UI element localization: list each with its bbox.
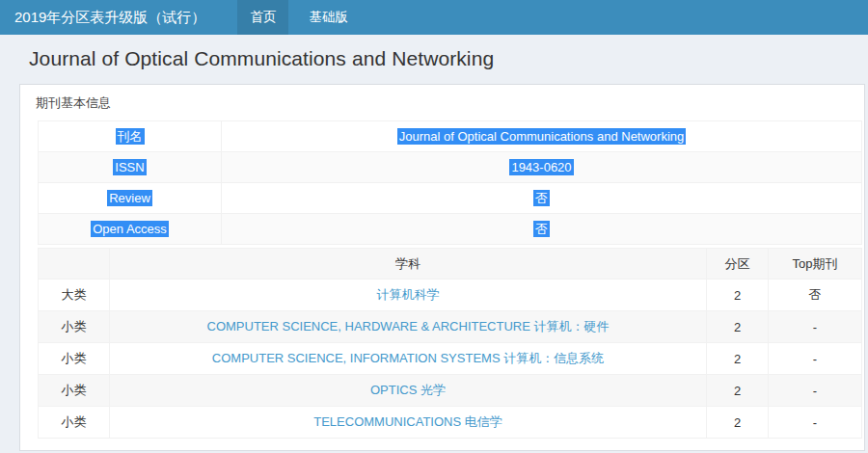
category-type-cell: 小类 <box>39 375 110 407</box>
info-value: 1943-0620 <box>509 159 573 175</box>
info-label-cell: 刊名 <box>39 121 222 152</box>
partition-value: 2 <box>734 415 741 430</box>
top-journal-value: - <box>813 352 817 366</box>
navbar-brand[interactable]: 2019年分区表升级版（试行） <box>0 0 220 35</box>
category-type: 小类 <box>62 319 87 333</box>
info-value-cell: 1943-0620 <box>222 152 862 183</box>
category-type: 小类 <box>62 383 87 397</box>
header-top-journal: Top期刊 <box>769 249 862 280</box>
info-table-row: 刊名Journal of Optical Communications and … <box>39 121 862 152</box>
info-value: 否 <box>533 221 550 237</box>
category-type-cell: 小类 <box>39 311 110 343</box>
top-navbar: 2019年分区表升级版（试行） 首页基础版 <box>0 0 868 35</box>
top-journal-cell: - <box>769 375 862 407</box>
journal-info-panel: 期刊基本信息 刊名Journal of Optical Communicatio… <box>19 84 865 451</box>
info-value-cell: 否 <box>222 183 862 214</box>
info-value-cell: 否 <box>222 214 862 245</box>
page-title: Journal of Optical Communications and Ne… <box>29 47 865 70</box>
partition-cell: 2 <box>707 375 769 407</box>
category-type-cell: 小类 <box>39 407 110 439</box>
subject-table-row: 小类COMPUTER SCIENCE, HARDWARE & ARCHITECT… <box>39 311 862 343</box>
info-table-row: Open Access否 <box>39 214 862 245</box>
info-label-cell: Open Access <box>39 214 222 245</box>
subject-cell: 计算机科学 <box>110 280 707 311</box>
panel-body: 刊名Journal of Optical Communications and … <box>20 120 864 450</box>
info-table-row: ISSN1943-0620 <box>39 152 862 183</box>
category-type-cell: 大类 <box>39 280 110 311</box>
subject-table-row: 小类TELECOMMUNICATIONS 电信学2- <box>39 407 862 439</box>
subject-link[interactable]: 计算机科学 <box>377 287 440 302</box>
subject-link[interactable]: TELECOMMUNICATIONS 电信学 <box>313 414 502 429</box>
top-journal-cell: - <box>769 311 862 343</box>
top-journal-value: 否 <box>809 287 822 302</box>
info-label: Review <box>107 190 152 206</box>
subject-table-row: 小类OPTICS 光学2- <box>39 375 862 407</box>
top-journal-value: - <box>813 320 817 334</box>
category-type-cell: 小类 <box>39 343 110 375</box>
subject-table-head: 学科 分区 Top期刊 <box>39 249 862 280</box>
subject-table-row: 大类计算机科学2否 <box>39 280 862 311</box>
top-journal-cell: - <box>769 343 862 375</box>
info-label-cell: ISSN <box>39 152 222 183</box>
category-type: 小类 <box>62 414 87 429</box>
info-value: Journal of Optical Communications and Ne… <box>397 128 687 145</box>
info-label-cell: Review <box>39 183 222 214</box>
nav-tab-basic[interactable]: 基础版 <box>296 0 361 35</box>
subject-table: 学科 分区 Top期刊 大类计算机科学2否小类COMPUTER SCIENCE,… <box>38 248 862 439</box>
subject-link[interactable]: COMPUTER SCIENCE, INFORMATION SYSTEMS 计算… <box>212 351 604 365</box>
info-table-body: 刊名Journal of Optical Communications and … <box>39 121 862 245</box>
partition-cell: 2 <box>707 311 769 343</box>
partition-value: 2 <box>734 352 741 366</box>
subject-cell: TELECOMMUNICATIONS 电信学 <box>110 407 707 439</box>
nav-tab-home[interactable]: 首页 <box>237 0 288 35</box>
subject-cell: COMPUTER SCIENCE, INFORMATION SYSTEMS 计算… <box>110 343 707 375</box>
partition-value: 2 <box>734 320 741 334</box>
category-type: 小类 <box>62 351 87 365</box>
partition-cell: 2 <box>707 407 769 439</box>
top-journal-value: - <box>813 384 817 398</box>
header-category-type <box>39 249 110 280</box>
partition-value: 2 <box>734 288 741 303</box>
partition-cell: 2 <box>707 280 769 311</box>
category-type: 大类 <box>62 287 87 302</box>
subject-cell: OPTICS 光学 <box>110 375 707 407</box>
subject-table-body: 大类计算机科学2否小类COMPUTER SCIENCE, HARDWARE & … <box>39 280 862 439</box>
journal-info-table: 刊名Journal of Optical Communications and … <box>38 120 862 245</box>
navbar-tabs: 首页基础版 <box>237 0 368 35</box>
info-value: 否 <box>533 190 550 206</box>
subject-table-row: 小类COMPUTER SCIENCE, INFORMATION SYSTEMS … <box>39 343 862 375</box>
partition-cell: 2 <box>707 343 769 375</box>
info-label: 刊名 <box>116 128 145 145</box>
subject-table-header-row: 学科 分区 Top期刊 <box>39 249 862 280</box>
subject-link[interactable]: OPTICS 光学 <box>370 383 446 397</box>
header-subject: 学科 <box>110 249 707 280</box>
panel-heading: 期刊基本信息 <box>20 85 864 120</box>
header-partition: 分区 <box>707 249 769 280</box>
partition-value: 2 <box>734 384 741 398</box>
top-journal-value: - <box>813 415 817 430</box>
subject-link[interactable]: COMPUTER SCIENCE, HARDWARE & ARCHITECTUR… <box>207 319 610 333</box>
info-label: Open Access <box>91 221 169 237</box>
subject-cell: COMPUTER SCIENCE, HARDWARE & ARCHITECTUR… <box>110 311 707 343</box>
info-label: ISSN <box>113 159 146 175</box>
content-area: Journal of Optical Communications and Ne… <box>0 35 868 451</box>
info-table-row: Review否 <box>39 183 862 214</box>
info-value-cell: Journal of Optical Communications and Ne… <box>222 121 862 152</box>
top-journal-cell: - <box>769 407 862 439</box>
top-journal-cell: 否 <box>769 280 862 311</box>
